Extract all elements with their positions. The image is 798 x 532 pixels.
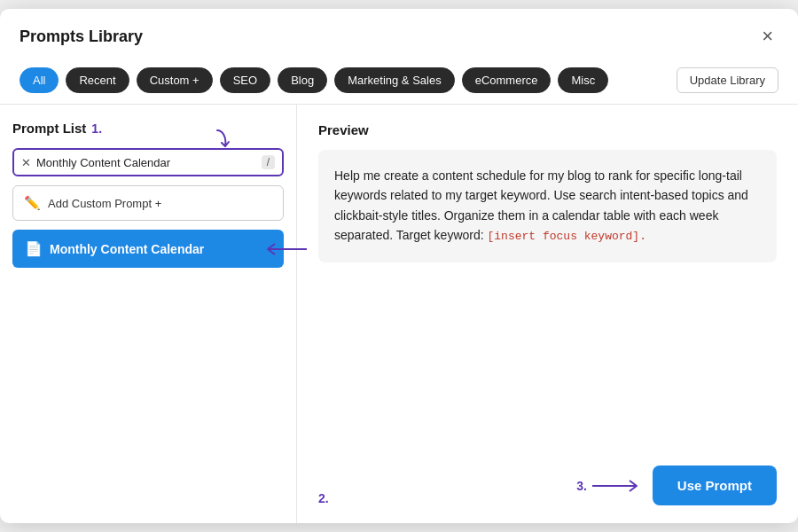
modal-container: Prompts Library × All Recent Custom + SE… bbox=[0, 9, 798, 523]
add-custom-prompt-button[interactable]: ✏️ Add Custom Prompt + bbox=[12, 185, 284, 221]
keyword-highlight: [insert focus keyword]. bbox=[488, 230, 646, 243]
close-button[interactable]: × bbox=[756, 25, 778, 48]
use-prompt-area: 3. Use Prompt bbox=[576, 466, 777, 505]
bottom-row: 2. 3. Use Prompt bbox=[318, 457, 777, 505]
prompt-item-label: Monthly Content Calendar bbox=[50, 242, 204, 256]
left-panel: Prompt List 1. ✕ Monthly Content Calenda… bbox=[0, 105, 297, 523]
right-arrow-annotation bbox=[591, 478, 644, 494]
search-input-value: Monthly Content Calendar bbox=[36, 156, 262, 169]
modal-header: Prompts Library × bbox=[0, 9, 798, 59]
modal-title: Prompts Library bbox=[20, 27, 143, 46]
tab-marketing[interactable]: Marketing & Sales bbox=[334, 67, 455, 93]
clear-search-icon[interactable]: ✕ bbox=[21, 156, 31, 169]
annotation-2: 2. bbox=[318, 491, 329, 505]
add-custom-label: Add Custom Prompt + bbox=[48, 197, 161, 210]
pencil-icon: ✏️ bbox=[24, 195, 41, 211]
doc-icon: 📄 bbox=[25, 240, 43, 257]
annotation-2-area: 2. bbox=[318, 491, 329, 505]
tab-misc[interactable]: Misc bbox=[558, 67, 608, 93]
update-library-button[interactable]: Update Library bbox=[677, 67, 778, 93]
tab-all[interactable]: All bbox=[20, 67, 59, 93]
tab-custom[interactable]: Custom + bbox=[137, 67, 213, 93]
tabs-bar: All Recent Custom + SEO Blog Marketing &… bbox=[0, 59, 798, 105]
preview-box: Help me create a content schedule for my… bbox=[318, 150, 777, 262]
annotation-1: 1. bbox=[91, 121, 102, 136]
prompt-item-monthly-calendar[interactable]: 📄 Monthly Content Calendar bbox=[12, 230, 284, 268]
slash-badge: / bbox=[262, 155, 275, 169]
tab-blog[interactable]: Blog bbox=[278, 67, 327, 93]
modal-body: Prompt List 1. ✕ Monthly Content Calenda… bbox=[0, 105, 798, 523]
annotation-3: 3. bbox=[576, 479, 587, 493]
right-panel: Preview Help me create a content schedul… bbox=[297, 105, 798, 523]
tab-seo[interactable]: SEO bbox=[220, 67, 270, 93]
tab-ecommerce[interactable]: eCommerce bbox=[462, 67, 552, 93]
tab-recent[interactable]: Recent bbox=[66, 67, 129, 93]
preview-heading: Preview bbox=[318, 122, 777, 137]
prompt-list-heading: Prompt List 1. bbox=[12, 121, 284, 136]
search-row: ✕ Monthly Content Calendar / bbox=[12, 148, 284, 176]
use-prompt-button[interactable]: Use Prompt bbox=[653, 466, 777, 505]
